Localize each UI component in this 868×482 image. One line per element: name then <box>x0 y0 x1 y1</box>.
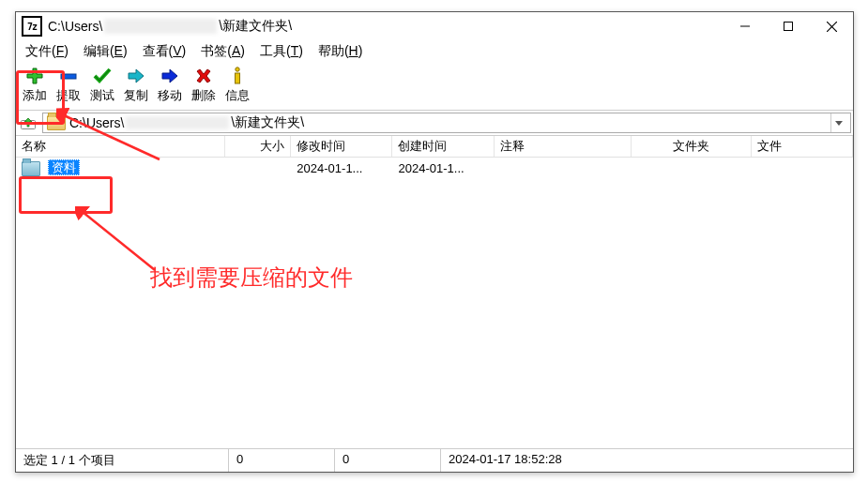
minus-icon <box>59 67 78 85</box>
info-button[interactable]: 信息 <box>221 65 254 104</box>
title-bar: 7z C:\Users\ \新建文件夹\ <box>16 12 853 40</box>
extract-button[interactable]: 提取 <box>52 65 85 104</box>
menu-bookmarks[interactable]: 书签(A) <box>193 41 252 62</box>
info-icon <box>228 67 247 85</box>
app-window: 7z C:\Users\ \新建文件夹\ 文件(F) 编辑(E) 查看(V) 书… <box>15 11 854 473</box>
toolbar: 添加 提取 测试 复制 <box>16 63 853 110</box>
minimize-button[interactable] <box>723 12 767 40</box>
col-ctime[interactable]: 创建时间 <box>392 136 494 157</box>
address-bar: C:\Users\ \新建文件夹\ <box>16 110 853 136</box>
col-files[interactable]: 文件 <box>752 136 853 157</box>
arrow-right-icon <box>160 67 179 85</box>
add-button[interactable]: 添加 <box>18 65 52 104</box>
plus-icon <box>25 67 44 85</box>
test-button[interactable]: 测试 <box>85 65 119 104</box>
status-size-1: 0 <box>229 449 335 472</box>
delete-button[interactable]: 删除 <box>187 65 221 104</box>
svg-rect-4 <box>61 74 76 79</box>
x-icon <box>194 67 213 85</box>
check-icon <box>93 67 112 85</box>
menu-edit[interactable]: 编辑(E) <box>76 41 135 62</box>
app-icon: 7z <box>22 16 42 37</box>
maximize-button[interactable] <box>767 12 810 40</box>
address-dropdown[interactable] <box>830 113 846 132</box>
col-size[interactable]: 大小 <box>225 136 291 157</box>
copy-button[interactable]: 复制 <box>119 65 153 104</box>
menu-view[interactable]: 查看(V) <box>135 41 194 62</box>
address-input[interactable]: C:\Users\ \新建文件夹\ <box>42 113 851 133</box>
menu-file[interactable]: 文件(F) <box>18 41 76 62</box>
folder-icon <box>47 115 66 130</box>
status-date: 2024-01-17 18:52:28 <box>441 449 853 472</box>
file-list: 名称 大小 修改时间 创建时间 注释 文件夹 文件 资料 2024-01-1..… <box>16 136 853 448</box>
up-folder-icon <box>21 115 36 130</box>
close-button[interactable] <box>810 12 853 40</box>
arrow-right-hollow-icon <box>127 67 145 85</box>
menubar: 文件(F) 编辑(E) 查看(V) 书签(A) 工具(T) 帮助(H) <box>16 40 853 63</box>
svg-rect-1 <box>784 23 793 31</box>
svg-point-5 <box>236 68 239 71</box>
col-comment[interactable]: 注释 <box>495 136 632 157</box>
menu-tools[interactable]: 工具(T) <box>252 41 311 62</box>
menu-help[interactable]: 帮助(H) <box>311 41 370 62</box>
svg-rect-6 <box>236 73 240 83</box>
folder-icon <box>22 161 40 176</box>
status-size-2: 0 <box>335 449 441 472</box>
chevron-down-icon <box>835 121 843 126</box>
col-folders[interactable]: 文件夹 <box>632 136 751 157</box>
col-name[interactable]: 名称 <box>16 136 225 157</box>
status-bar: 选定 1 / 1 个项目 0 0 2024-01-17 18:52:28 <box>16 448 853 472</box>
redacted-text <box>104 19 217 34</box>
status-selection: 选定 1 / 1 个项目 <box>16 449 229 472</box>
item-name: 资料 <box>48 159 80 175</box>
redacted-text <box>126 116 229 129</box>
up-button[interactable] <box>18 113 38 133</box>
column-headers: 名称 大小 修改时间 创建时间 注释 文件夹 文件 <box>16 136 853 158</box>
move-button[interactable]: 移动 <box>153 65 187 104</box>
window-title: C:\Users\ \新建文件夹\ <box>48 18 723 35</box>
list-item[interactable]: 资料 2024-01-1... 2024-01-1... <box>16 158 853 178</box>
col-mtime[interactable]: 修改时间 <box>291 136 392 157</box>
